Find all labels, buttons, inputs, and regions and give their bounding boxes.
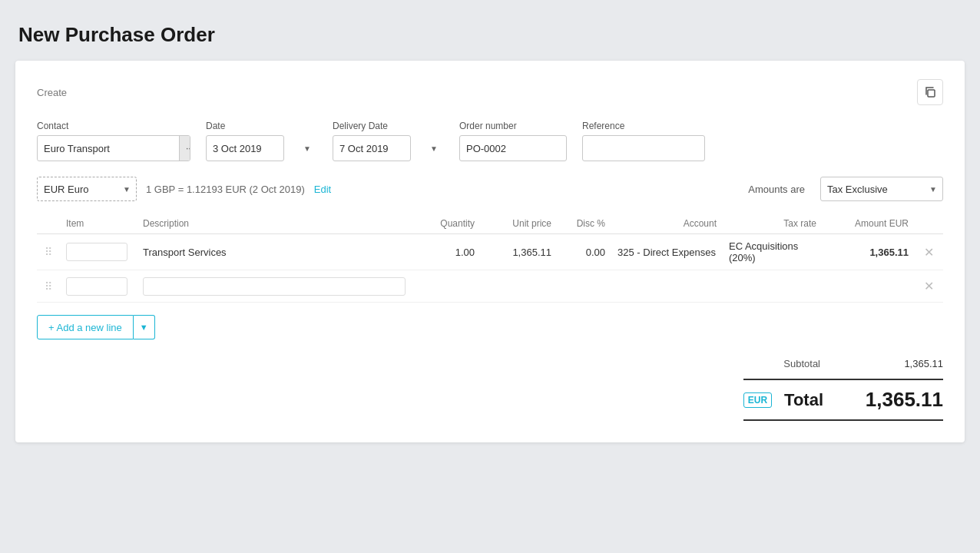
subtotal-row: Subtotal 1,365.11 [783, 358, 943, 369]
unit-price-value: 1,365.11 [512, 247, 551, 258]
disc-value: 0.00 [586, 247, 605, 258]
currency-row: EUR Euro GBP British Pound USD US Dollar… [37, 177, 943, 201]
contact-input-wrap: ··· [37, 135, 190, 161]
account-cell: 325 - Direct Expenses [611, 234, 723, 270]
col-account: Account [611, 214, 723, 234]
col-delete [915, 214, 943, 234]
amounts-label: Amounts are [748, 184, 805, 195]
table-row: ⠿ Transport Services 1.00 1,365.11 0.00 … [37, 234, 943, 270]
col-quantity: Quantity [412, 214, 481, 234]
delivery-select[interactable]: 7 Oct 2019 [333, 135, 411, 161]
line-items-table: Item Description Quantity Unit price Dis… [37, 214, 943, 303]
col-unit-price: Unit price [481, 214, 558, 234]
add-line-wrap: + Add a new line ▼ [37, 315, 943, 339]
reference-label: Reference [582, 121, 705, 131]
col-drag [37, 214, 60, 234]
edit-exchange-link[interactable]: Edit [314, 184, 331, 195]
table-row: ⠿ ✕ [37, 270, 943, 303]
item-cell [60, 270, 137, 303]
date-chevron-icon: ▼ [303, 144, 311, 153]
contact-label: Contact [37, 121, 190, 131]
delivery-chevron-icon: ▼ [430, 144, 438, 153]
item-cell [60, 234, 137, 270]
account-value: 325 - Direct Expenses [617, 247, 716, 258]
delete-cell: ✕ [915, 270, 943, 303]
subtotal-label: Subtotal [783, 358, 820, 369]
amounts-select-wrap: Tax Exclusive Tax Inclusive No Tax ▼ [820, 177, 943, 201]
date-select[interactable]: 3 Oct 2019 [206, 135, 284, 161]
delete-cell: ✕ [915, 234, 943, 270]
col-tax-rate: Tax rate [723, 214, 823, 234]
col-description: Description [137, 214, 412, 234]
order-label: Order number [459, 121, 567, 131]
order-field-group: Order number [459, 121, 567, 161]
add-line-dropdown-button[interactable]: ▼ [134, 315, 155, 339]
date-select-wrap: 3 Oct 2019 ▼ [206, 135, 317, 161]
unit-price-cell: 1,365.11 [481, 234, 558, 270]
amount-value: 1,365.11 [869, 247, 909, 258]
main-card: Create Contact ··· Date 3 Oct 2019 ▼ [15, 61, 965, 442]
exchange-rate: 1 GBP = 1.12193 EUR (2 Oct 2019) [146, 184, 305, 195]
amount-cell: 1,365.11 [823, 234, 915, 270]
delete-row-button[interactable]: ✕ [921, 279, 937, 293]
col-item: Item [60, 214, 137, 234]
description-input[interactable] [143, 277, 406, 296]
tax-rate-cell [723, 270, 823, 303]
currency-select-wrap: EUR Euro GBP British Pound USD US Dollar… [37, 177, 137, 201]
total-currency-badge: EUR [743, 392, 772, 408]
amounts-select[interactable]: Tax Exclusive Tax Inclusive No Tax [820, 177, 943, 201]
delivery-field-group: Delivery Date 7 Oct 2019 ▼ [333, 121, 444, 161]
page-title: New Purchase Order [15, 23, 965, 47]
account-cell [611, 270, 723, 303]
header-row: Item Description Quantity Unit price Dis… [37, 214, 943, 234]
totals-section: Subtotal 1,365.11 EUR Total 1,365.11 [37, 358, 943, 421]
delete-row-button[interactable]: ✕ [921, 245, 937, 260]
quantity-cell [412, 270, 481, 303]
quantity-value: 1.00 [455, 247, 475, 258]
date-label: Date [206, 121, 317, 131]
contact-dots-button[interactable]: ··· [179, 136, 190, 161]
drag-handle[interactable]: ⠿ [37, 270, 60, 303]
card-header: Create [37, 79, 943, 105]
reference-field-group: Reference [582, 121, 705, 161]
reference-input[interactable] [582, 135, 705, 161]
item-input[interactable] [66, 277, 127, 296]
item-input[interactable] [66, 243, 127, 261]
svg-rect-0 [928, 90, 935, 97]
copy-button[interactable] [917, 79, 943, 105]
description-cell [137, 270, 412, 303]
fields-row: Contact ··· Date 3 Oct 2019 ▼ Delivery D… [37, 121, 943, 161]
date-field-group: Date 3 Oct 2019 ▼ [206, 121, 317, 161]
amount-cell [823, 270, 915, 303]
subtotal-value: 1,365.11 [866, 358, 943, 369]
delivery-label: Delivery Date [333, 121, 444, 131]
card-label: Create [37, 87, 67, 98]
currency-select[interactable]: EUR Euro GBP British Pound USD US Dollar [37, 177, 137, 201]
col-amount: Amount EUR [823, 214, 915, 234]
table-body: ⠿ Transport Services 1.00 1,365.11 0.00 … [37, 234, 943, 303]
description-cell: Transport Services [137, 234, 412, 270]
tax-rate-cell: EC Acquisitions (20%) [723, 234, 823, 270]
col-disc: Disc % [558, 214, 611, 234]
tax-rate-value: EC Acquisitions (20%) [729, 240, 798, 263]
description-text: Transport Services [143, 247, 227, 258]
table-header: Item Description Quantity Unit price Dis… [37, 214, 943, 234]
drag-handle[interactable]: ⠿ [37, 234, 60, 270]
total-row: EUR Total 1,365.11 [743, 379, 943, 421]
disc-cell [558, 270, 611, 303]
delivery-select-wrap: 7 Oct 2019 ▼ [333, 135, 444, 161]
quantity-cell: 1.00 [412, 234, 481, 270]
total-value: 1,365.11 [836, 388, 943, 412]
total-label: Total [784, 390, 823, 410]
disc-cell: 0.00 [558, 234, 611, 270]
contact-field-group: Contact ··· [37, 121, 190, 161]
add-line-button[interactable]: + Add a new line [37, 315, 134, 339]
contact-input[interactable] [38, 136, 179, 161]
unit-price-cell [481, 270, 558, 303]
order-input[interactable] [459, 135, 567, 161]
